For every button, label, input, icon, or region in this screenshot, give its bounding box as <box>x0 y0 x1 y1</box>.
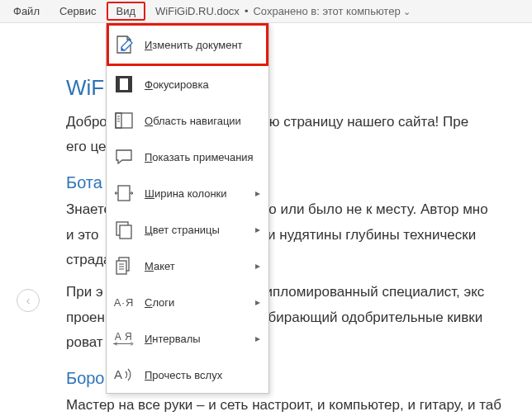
nav-pane-icon <box>113 110 135 131</box>
menu-page-color[interactable]: Цвет страницы ▸ <box>107 211 268 248</box>
menu-column-width[interactable]: Ширина колонки ▸ <box>107 175 268 211</box>
menu-label: Макет <box>145 260 245 272</box>
chevron-right-icon: ▸ <box>255 260 260 272</box>
doc-title: WiFiGiD.RU.docx <box>155 5 240 17</box>
chevron-right-icon: ▸ <box>255 296 260 308</box>
menu-focus[interactable]: Фокусировка <box>107 66 268 102</box>
menu-label: Область навигации <box>145 115 260 127</box>
svg-rect-13 <box>116 261 126 274</box>
menu-label: Ширина колонки <box>145 187 245 200</box>
focus-icon <box>113 73 135 95</box>
menu-spacing[interactable]: А Я Интервалы ▸ <box>107 320 268 357</box>
prev-page-button[interactable]: ‹ <box>17 289 40 312</box>
chevron-right-icon: ▸ <box>255 224 260 235</box>
read-aloud-icon: А <box>113 364 135 385</box>
layout-icon <box>113 255 135 277</box>
svg-rect-11 <box>120 225 131 239</box>
view-menu-dropdown: Изменить документ Фокусировка Область на… <box>106 23 269 394</box>
svg-text:Я: Я <box>125 331 132 343</box>
svg-rect-2 <box>116 113 132 128</box>
chevron-right-icon: ▸ <box>255 187 260 199</box>
paragraph: Мастер на все руки – и сеть настроит, и … <box>66 395 532 416</box>
menu-label: Фокусировка <box>145 78 260 91</box>
doc-title-area: WiFiGiD.RU.docx • Сохранено в: этот комп… <box>155 5 411 17</box>
menu-syllables[interactable]: А·Я Слоги ▸ <box>107 284 268 320</box>
svg-rect-1 <box>120 78 128 90</box>
menu-read-aloud[interactable]: А Прочесть вслух <box>107 357 268 393</box>
svg-rect-7 <box>118 186 130 201</box>
menu-navigation-pane[interactable]: Область навигации <box>107 102 268 139</box>
svg-text:А: А <box>114 367 122 381</box>
menu-label: Слоги <box>145 296 245 309</box>
edit-doc-icon <box>113 34 135 55</box>
separator-dot: • <box>245 5 249 17</box>
column-width-icon <box>113 182 135 204</box>
menu-edit-document[interactable]: Изменить документ <box>107 23 268 66</box>
menubar: Файл Сервис Вид WiFiGiD.RU.docx • Сохран… <box>0 0 532 23</box>
menu-file[interactable]: Файл <box>3 2 50 21</box>
page-color-icon <box>113 219 135 240</box>
menu-tools[interactable]: Сервис <box>50 2 107 21</box>
menu-label: Изменить документ <box>145 39 260 51</box>
chevron-down-icon: ⌄ <box>403 7 411 17</box>
syllables-icon: А·Я <box>113 291 135 313</box>
svg-text:А: А <box>115 331 122 343</box>
menu-label: Цвет страницы <box>145 224 245 236</box>
menu-label: Показать примечания <box>145 151 260 163</box>
menu-show-comments[interactable]: Показать примечания <box>107 139 268 175</box>
menu-label: Интервалы <box>145 333 245 345</box>
menu-view[interactable]: Вид <box>107 2 146 21</box>
menu-layout[interactable]: Макет ▸ <box>107 248 268 284</box>
save-status-text: Сохранено в: этот компьютер <box>253 5 400 17</box>
save-status[interactable]: Сохранено в: этот компьютер ⌄ <box>253 5 411 17</box>
comments-icon <box>113 146 135 168</box>
menu-label: Прочесть вслух <box>145 369 260 381</box>
spacing-icon: А Я <box>113 328 135 349</box>
svg-rect-3 <box>116 113 121 128</box>
chevron-right-icon: ▸ <box>255 333 260 344</box>
